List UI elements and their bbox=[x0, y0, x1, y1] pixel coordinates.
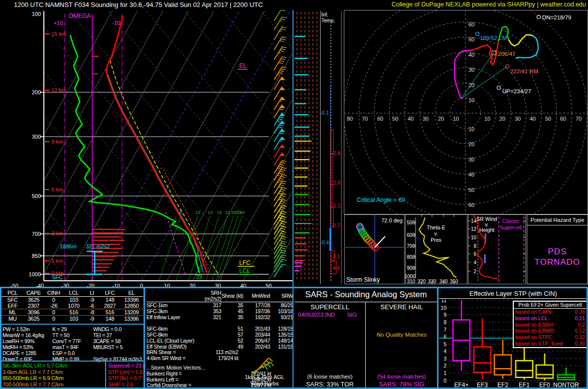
sars-supercell-loose: (6 loose matches) bbox=[295, 374, 365, 380]
pressure-labels: 100 200 300 500 700 850 1000 bbox=[29, 11, 41, 277]
svg-text:340: 340 bbox=[440, 279, 448, 284]
sars-supercell-match: 04053023.INDSIG bbox=[295, 311, 365, 318]
corfidi-down-marker bbox=[537, 15, 541, 19]
svg-text:9: 9 bbox=[443, 312, 446, 318]
inf-temp-title-1: Inf. bbox=[321, 12, 328, 17]
sars-hail-nomatch: No Quality Matches bbox=[366, 332, 437, 338]
omega-bars bbox=[93, 56, 126, 274]
lapse-rates: Sfc-3km AGL LR = 5.7 C/km 3-6km AGL LR =… bbox=[2, 363, 68, 388]
svg-text:12: 12 bbox=[471, 226, 477, 232]
svg-text:1.0: 1.0 bbox=[333, 180, 340, 186]
svg-text:4: 4 bbox=[473, 260, 476, 265]
svg-text:1886m: 1886m bbox=[60, 243, 77, 249]
svg-text:310: 310 bbox=[407, 279, 416, 284]
svg-text:500: 500 bbox=[407, 220, 415, 225]
svg-text:850: 850 bbox=[32, 253, 41, 259]
thetae-panel: 500600 700800 9001000 310320 330340 350 … bbox=[405, 214, 467, 284]
svg-text:330: 330 bbox=[428, 279, 437, 284]
svg-text:10: 10 bbox=[468, 126, 474, 132]
sars-hail-result: SARS: 78% SIG bbox=[366, 381, 437, 388]
svg-text:12 km: 12 km bbox=[51, 87, 66, 93]
srwind-y-labels: 1412 108 64 2 bbox=[471, 218, 477, 274]
sars-title: SARS - Sounding Analog System bbox=[294, 290, 438, 299]
svg-text:700: 700 bbox=[407, 243, 415, 249]
svg-text:10: 10 bbox=[453, 116, 459, 122]
kin-row-cloud: LCL-EL (Cloud Layer)52206/47148/14 bbox=[147, 338, 293, 344]
advection-strip: Inf. Temp. -0.1 -0.4 2.61.0 1.10.7 3.14.… bbox=[293, 10, 342, 287]
svg-text:5: 5 bbox=[443, 341, 446, 347]
svg-text:2.6: 2.6 bbox=[333, 151, 340, 156]
svg-text:30: 30 bbox=[468, 157, 474, 163]
composite-indices: Supercell = 23.3 STP (cin) = 5.6 STP (fi… bbox=[108, 363, 146, 388]
kin-row-sfc3km: SFC-3km35345197/36103/18 bbox=[147, 308, 293, 314]
svg-text:20: 20 bbox=[468, 141, 474, 147]
svg-text:60: 60 bbox=[468, 21, 474, 27]
hodograph-rings bbox=[344, 10, 588, 214]
svg-text:10: 10 bbox=[468, 97, 474, 103]
svg-text:1: 1 bbox=[443, 370, 446, 376]
svg-text:100: 100 bbox=[32, 11, 41, 17]
svg-text:30: 30 bbox=[468, 67, 474, 73]
kin-row-sfc1km: SFC-1km31735177/2886/29 bbox=[147, 302, 293, 309]
svg-text:34: 34 bbox=[240, 210, 245, 215]
mean-wind-label: 206/47 bbox=[498, 51, 515, 57]
hazard-panel: Potential Hazard Type PDS TORNADO bbox=[527, 214, 588, 284]
svg-text:Pres: Pres bbox=[431, 237, 441, 243]
svg-text:60: 60 bbox=[468, 202, 474, 208]
sfc-label: SFC bbox=[52, 274, 63, 280]
stp-fix-value: STP (fix) = 6.7 bbox=[108, 375, 146, 382]
svg-text:70: 70 bbox=[362, 116, 368, 122]
svg-text:30: 30 bbox=[423, 116, 429, 122]
svg-text:22: 22 bbox=[225, 210, 230, 215]
svg-text:300: 300 bbox=[32, 134, 41, 140]
svg-text:6: 6 bbox=[443, 334, 446, 340]
lcl-label: LCL bbox=[239, 267, 250, 274]
srwind-title: SR Wind v. Height bbox=[476, 216, 497, 233]
sars-hail-loose: (54 loose matches) bbox=[366, 374, 437, 380]
pcl-row-mu: MU36250 103-914813396 bbox=[1, 316, 143, 322]
advection-value-neg2: -0.4 bbox=[320, 240, 329, 245]
corfidi-up-marker bbox=[497, 86, 501, 90]
wind-barb-column bbox=[274, 10, 287, 277]
svg-text:10: 10 bbox=[441, 305, 446, 311]
kin-row-eff: Eff Inflow Layer32135192/3293/21 bbox=[147, 314, 293, 320]
stp-legend-title: Prob EF2+ Given Supercell bbox=[514, 302, 587, 309]
sars-hail-column: SEVERE HAIL No Quality Matches (54 loose… bbox=[366, 303, 437, 388]
slinky-pointer bbox=[375, 236, 385, 247]
lapse-850-500: 850-500mb LR = 6.9 C/km bbox=[2, 375, 68, 382]
svg-text:10: 10 bbox=[484, 116, 490, 122]
slinky-title: Storm Slinky bbox=[346, 276, 380, 283]
svg-text:60: 60 bbox=[560, 116, 566, 122]
svg-text:50: 50 bbox=[468, 36, 474, 42]
svg-text:1000: 1000 bbox=[29, 271, 41, 277]
corfidi-up-label: UP=234/27 bbox=[502, 88, 531, 94]
dewpoint-profile bbox=[70, 35, 199, 273]
svg-text:800: 800 bbox=[407, 254, 415, 260]
thetae-title: Theta-E v. Pres bbox=[427, 224, 445, 243]
srwind-panel: 1412 108 64 2 SR Wind v. Height Classic … bbox=[468, 214, 526, 284]
hodograph-panel: 6050 4030 2010 1020 3040 5060 8070 6050 … bbox=[344, 10, 588, 214]
strip-columns bbox=[297, 12, 317, 281]
svg-text:2: 2 bbox=[473, 269, 476, 274]
brand-text: College of DuPage NEXLAB powered via SHA… bbox=[392, 1, 586, 10]
sars-supercell-result: SARS: 33% TOR bbox=[295, 381, 365, 388]
stp-legend: Prob EF2+ Given Supercell based on CAPE:… bbox=[513, 301, 588, 348]
kinematics-table: SRH (m2/s2)Shear (kt)MnWindSRW SFC-1km31… bbox=[147, 290, 293, 350]
svg-text:30: 30 bbox=[515, 116, 521, 122]
svg-text:80: 80 bbox=[347, 116, 353, 122]
svg-text:8: 8 bbox=[473, 243, 476, 249]
stp-cin-value: STP (cin) = 5.6 bbox=[108, 369, 146, 376]
svg-text:320: 320 bbox=[418, 279, 426, 284]
hazard-title: Potential Hazard Type bbox=[527, 215, 588, 225]
thetae-x-labels: 310320 330340 350 bbox=[407, 279, 458, 284]
svg-text:321 m2s2: 321 m2s2 bbox=[86, 243, 110, 249]
ship-value: SHIP = 2.6 bbox=[108, 382, 146, 388]
svg-text:40: 40 bbox=[468, 172, 474, 178]
svg-text:20: 20 bbox=[499, 116, 505, 122]
svg-text:3: 3 bbox=[443, 356, 446, 362]
svg-text:10: 10 bbox=[195, 210, 200, 215]
stp-y-labels: 1110 98 76 54 32 10 bbox=[441, 299, 446, 384]
svg-text:4.9: 4.9 bbox=[333, 265, 340, 271]
advection-values: 2.61.0 1.10.7 3.14.9 bbox=[333, 151, 340, 271]
svg-text:18: 18 bbox=[217, 210, 222, 215]
